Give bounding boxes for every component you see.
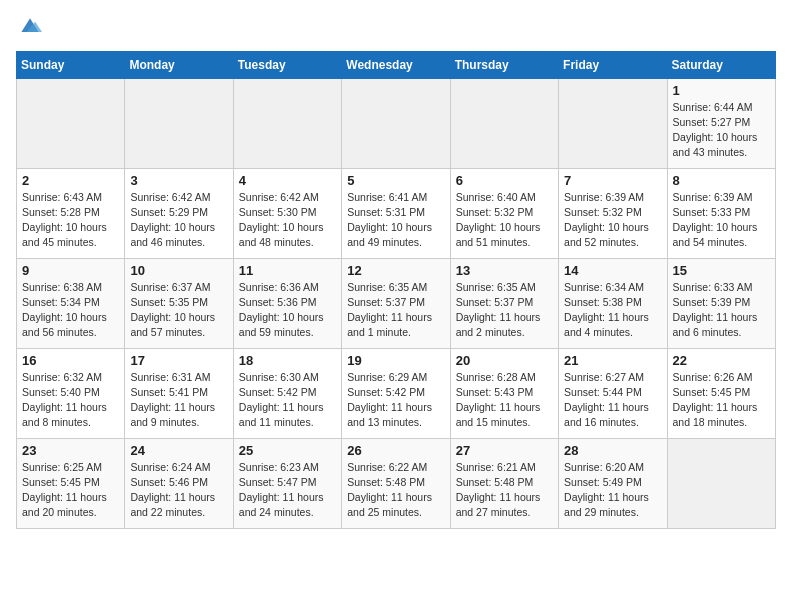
day-number: 26 [347, 443, 444, 458]
day-number: 2 [22, 173, 119, 188]
logo [16, 16, 42, 41]
day-info: Sunrise: 6:27 AM Sunset: 5:44 PM Dayligh… [564, 370, 661, 431]
calendar-week-row: 16Sunrise: 6:32 AM Sunset: 5:40 PM Dayli… [17, 348, 776, 438]
day-info: Sunrise: 6:44 AM Sunset: 5:27 PM Dayligh… [673, 100, 770, 161]
calendar-cell: 12Sunrise: 6:35 AM Sunset: 5:37 PM Dayli… [342, 258, 450, 348]
day-number: 25 [239, 443, 336, 458]
day-number: 14 [564, 263, 661, 278]
day-number: 28 [564, 443, 661, 458]
day-number: 13 [456, 263, 553, 278]
calendar-cell [667, 438, 775, 528]
day-info: Sunrise: 6:22 AM Sunset: 5:48 PM Dayligh… [347, 460, 444, 521]
calendar-cell: 1Sunrise: 6:44 AM Sunset: 5:27 PM Daylig… [667, 78, 775, 168]
day-info: Sunrise: 6:33 AM Sunset: 5:39 PM Dayligh… [673, 280, 770, 341]
day-number: 21 [564, 353, 661, 368]
day-info: Sunrise: 6:35 AM Sunset: 5:37 PM Dayligh… [456, 280, 553, 341]
day-info: Sunrise: 6:38 AM Sunset: 5:34 PM Dayligh… [22, 280, 119, 341]
calendar-week-row: 2Sunrise: 6:43 AM Sunset: 5:28 PM Daylig… [17, 168, 776, 258]
day-number: 10 [130, 263, 227, 278]
day-info: Sunrise: 6:34 AM Sunset: 5:38 PM Dayligh… [564, 280, 661, 341]
calendar-week-row: 23Sunrise: 6:25 AM Sunset: 5:45 PM Dayli… [17, 438, 776, 528]
weekday-header: Sunday [17, 51, 125, 78]
calendar-cell [125, 78, 233, 168]
day-info: Sunrise: 6:24 AM Sunset: 5:46 PM Dayligh… [130, 460, 227, 521]
day-info: Sunrise: 6:42 AM Sunset: 5:30 PM Dayligh… [239, 190, 336, 251]
calendar-cell [450, 78, 558, 168]
day-number: 16 [22, 353, 119, 368]
calendar-table: SundayMondayTuesdayWednesdayThursdayFrid… [16, 51, 776, 529]
day-number: 19 [347, 353, 444, 368]
day-info: Sunrise: 6:21 AM Sunset: 5:48 PM Dayligh… [456, 460, 553, 521]
calendar-cell: 25Sunrise: 6:23 AM Sunset: 5:47 PM Dayli… [233, 438, 341, 528]
calendar-cell: 14Sunrise: 6:34 AM Sunset: 5:38 PM Dayli… [559, 258, 667, 348]
day-info: Sunrise: 6:28 AM Sunset: 5:43 PM Dayligh… [456, 370, 553, 431]
day-info: Sunrise: 6:40 AM Sunset: 5:32 PM Dayligh… [456, 190, 553, 251]
calendar-cell: 2Sunrise: 6:43 AM Sunset: 5:28 PM Daylig… [17, 168, 125, 258]
calendar-cell [559, 78, 667, 168]
day-number: 22 [673, 353, 770, 368]
day-number: 4 [239, 173, 336, 188]
day-info: Sunrise: 6:41 AM Sunset: 5:31 PM Dayligh… [347, 190, 444, 251]
calendar-cell: 8Sunrise: 6:39 AM Sunset: 5:33 PM Daylig… [667, 168, 775, 258]
calendar-cell: 23Sunrise: 6:25 AM Sunset: 5:45 PM Dayli… [17, 438, 125, 528]
day-info: Sunrise: 6:43 AM Sunset: 5:28 PM Dayligh… [22, 190, 119, 251]
calendar-week-row: 9Sunrise: 6:38 AM Sunset: 5:34 PM Daylig… [17, 258, 776, 348]
day-info: Sunrise: 6:37 AM Sunset: 5:35 PM Dayligh… [130, 280, 227, 341]
day-number: 23 [22, 443, 119, 458]
weekday-header: Saturday [667, 51, 775, 78]
calendar-cell: 4Sunrise: 6:42 AM Sunset: 5:30 PM Daylig… [233, 168, 341, 258]
day-info: Sunrise: 6:36 AM Sunset: 5:36 PM Dayligh… [239, 280, 336, 341]
day-number: 12 [347, 263, 444, 278]
day-number: 3 [130, 173, 227, 188]
day-info: Sunrise: 6:39 AM Sunset: 5:33 PM Dayligh… [673, 190, 770, 251]
calendar-cell [233, 78, 341, 168]
day-info: Sunrise: 6:25 AM Sunset: 5:45 PM Dayligh… [22, 460, 119, 521]
calendar-cell: 3Sunrise: 6:42 AM Sunset: 5:29 PM Daylig… [125, 168, 233, 258]
calendar-cell: 26Sunrise: 6:22 AM Sunset: 5:48 PM Dayli… [342, 438, 450, 528]
calendar-cell: 15Sunrise: 6:33 AM Sunset: 5:39 PM Dayli… [667, 258, 775, 348]
day-number: 20 [456, 353, 553, 368]
day-info: Sunrise: 6:26 AM Sunset: 5:45 PM Dayligh… [673, 370, 770, 431]
day-info: Sunrise: 6:29 AM Sunset: 5:42 PM Dayligh… [347, 370, 444, 431]
calendar-cell: 22Sunrise: 6:26 AM Sunset: 5:45 PM Dayli… [667, 348, 775, 438]
calendar-week-row: 1Sunrise: 6:44 AM Sunset: 5:27 PM Daylig… [17, 78, 776, 168]
day-info: Sunrise: 6:31 AM Sunset: 5:41 PM Dayligh… [130, 370, 227, 431]
calendar-cell: 27Sunrise: 6:21 AM Sunset: 5:48 PM Dayli… [450, 438, 558, 528]
day-info: Sunrise: 6:23 AM Sunset: 5:47 PM Dayligh… [239, 460, 336, 521]
calendar-cell: 10Sunrise: 6:37 AM Sunset: 5:35 PM Dayli… [125, 258, 233, 348]
day-number: 6 [456, 173, 553, 188]
calendar-cell: 16Sunrise: 6:32 AM Sunset: 5:40 PM Dayli… [17, 348, 125, 438]
calendar-cell: 7Sunrise: 6:39 AM Sunset: 5:32 PM Daylig… [559, 168, 667, 258]
weekday-header: Wednesday [342, 51, 450, 78]
day-info: Sunrise: 6:32 AM Sunset: 5:40 PM Dayligh… [22, 370, 119, 431]
day-number: 8 [673, 173, 770, 188]
day-number: 7 [564, 173, 661, 188]
day-number: 18 [239, 353, 336, 368]
day-info: Sunrise: 6:42 AM Sunset: 5:29 PM Dayligh… [130, 190, 227, 251]
calendar-cell: 9Sunrise: 6:38 AM Sunset: 5:34 PM Daylig… [17, 258, 125, 348]
calendar-cell: 6Sunrise: 6:40 AM Sunset: 5:32 PM Daylig… [450, 168, 558, 258]
calendar-cell: 20Sunrise: 6:28 AM Sunset: 5:43 PM Dayli… [450, 348, 558, 438]
weekday-header: Friday [559, 51, 667, 78]
day-number: 1 [673, 83, 770, 98]
day-number: 9 [22, 263, 119, 278]
calendar-cell: 13Sunrise: 6:35 AM Sunset: 5:37 PM Dayli… [450, 258, 558, 348]
day-number: 24 [130, 443, 227, 458]
day-number: 15 [673, 263, 770, 278]
day-info: Sunrise: 6:39 AM Sunset: 5:32 PM Dayligh… [564, 190, 661, 251]
logo-icon [18, 16, 42, 36]
calendar-cell [342, 78, 450, 168]
calendar-cell [17, 78, 125, 168]
calendar-cell: 18Sunrise: 6:30 AM Sunset: 5:42 PM Dayli… [233, 348, 341, 438]
day-number: 5 [347, 173, 444, 188]
calendar-cell: 11Sunrise: 6:36 AM Sunset: 5:36 PM Dayli… [233, 258, 341, 348]
weekday-header: Monday [125, 51, 233, 78]
day-info: Sunrise: 6:20 AM Sunset: 5:49 PM Dayligh… [564, 460, 661, 521]
weekday-header: Thursday [450, 51, 558, 78]
day-number: 11 [239, 263, 336, 278]
calendar-cell: 17Sunrise: 6:31 AM Sunset: 5:41 PM Dayli… [125, 348, 233, 438]
calendar-cell: 28Sunrise: 6:20 AM Sunset: 5:49 PM Dayli… [559, 438, 667, 528]
day-info: Sunrise: 6:30 AM Sunset: 5:42 PM Dayligh… [239, 370, 336, 431]
calendar-cell: 24Sunrise: 6:24 AM Sunset: 5:46 PM Dayli… [125, 438, 233, 528]
day-number: 27 [456, 443, 553, 458]
